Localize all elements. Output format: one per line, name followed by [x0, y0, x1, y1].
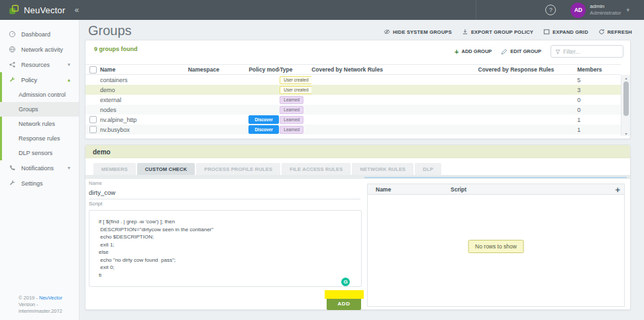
detail-tabs: MEMBERSCUSTOM CHECKPROCESS PROFILE RULES…	[93, 163, 441, 175]
tab-process-profile-rules[interactable]: PROCESS PROFILE RULES	[196, 163, 280, 175]
export-group-policy-button[interactable]: EXPORT GROUP POLICY	[462, 28, 533, 35]
cell-members: 3	[577, 87, 621, 93]
cell-name: containers	[100, 77, 188, 83]
cell-checkbox	[85, 116, 100, 123]
sidebar-item-settings[interactable]: Settings	[0, 176, 79, 191]
sidebar-nav: DashboardNetwork activityResources▾Polic…	[0, 20, 79, 191]
filter-input[interactable]	[563, 48, 616, 55]
user-name: admin	[590, 3, 621, 10]
header-cell-namespace: Namespace	[188, 66, 249, 73]
cell-type: Learned	[280, 106, 311, 114]
app-root: NeuVector « ? AD admin Administrator ▾ D…	[0, 0, 644, 320]
groups-table-header: NameNamespacePolicy modeTypeCovered by N…	[85, 64, 621, 75]
refresh-button[interactable]: REFRESH	[598, 28, 632, 35]
cell-type: Learned	[280, 96, 311, 104]
add-row-plus-icon[interactable]: +	[615, 184, 620, 195]
cell-name: nv.busybox	[100, 127, 188, 133]
tab-network-rules[interactable]: NETWORK RULES	[352, 163, 413, 175]
group-row-containers[interactable]: containersUser created5	[85, 75, 621, 85]
script-line: exit 1;	[99, 241, 361, 249]
sidebar-item-label: Admission control	[19, 91, 66, 98]
cell-members: 0	[577, 97, 621, 103]
scripts-table: Name Script + No rows to show	[367, 184, 625, 307]
group-row-nv-alpine-http[interactable]: nv.alpine_httpDiscoverLearned1	[85, 115, 621, 125]
type-badge: User created	[280, 86, 311, 94]
group-row-demo[interactable]: demoUser created3	[85, 85, 621, 95]
script-line: else	[99, 248, 361, 256]
script-field-label: Script	[89, 201, 102, 207]
hide-system-groups-button[interactable]: HIDE SYSTEM GROUPS	[384, 28, 452, 35]
add-group-button[interactable]: + ADD GROUP	[455, 48, 492, 54]
row-checkbox[interactable]	[89, 126, 97, 133]
sidebar-item-notifications[interactable]: Notifications▾	[0, 160, 79, 176]
scrollbar-thumb[interactable]	[623, 81, 629, 116]
neuvector-link[interactable]: NeuVector	[39, 295, 62, 301]
add-script-button[interactable]: ADD	[327, 297, 361, 310]
table-accent-line	[364, 177, 627, 178]
select-all-checkbox[interactable]	[89, 66, 97, 74]
sidebar-collapse-icon[interactable]: «	[75, 5, 80, 15]
cell-type: User created	[280, 76, 311, 84]
expand-grid-button[interactable]: EXPAND GRID	[543, 28, 588, 35]
type-badge: Learned	[280, 126, 303, 134]
cell-members: 0	[577, 107, 621, 113]
script-textarea[interactable]: if [ $(find . | grep -w 'cow') ]; then D…	[89, 210, 362, 287]
sidebar-item-label: Notifications	[21, 165, 54, 172]
detail-group-name: demo	[85, 145, 630, 158]
sidebar-item-response-rules[interactable]: Response rules	[0, 131, 79, 146]
avatar[interactable]: AD	[570, 3, 586, 18]
sidebar-item-label: Response rules	[19, 135, 60, 142]
cell-policy-mode: Discover	[248, 115, 280, 124]
sidebar-item-label: Policy	[21, 77, 37, 83]
chevron-down-icon: ▾	[68, 165, 70, 171]
user-menu-caret-icon[interactable]: ▾	[626, 7, 629, 13]
neuvector-logo-icon	[8, 4, 20, 16]
sidebar-item-groups[interactable]: Groups	[0, 102, 79, 117]
scripts-col-script: Script	[451, 186, 466, 193]
help-button[interactable]: ?	[545, 5, 556, 15]
scroll-up-icon[interactable]: ▴	[621, 75, 631, 80]
main-content: Groups HIDE SYSTEM GROUPSEXPORT GROUP PO…	[80, 20, 644, 320]
cell-name: external	[100, 97, 188, 103]
user-block: admin Administrator	[590, 3, 621, 17]
group-row-nv-busybox[interactable]: nv.busyboxDiscoverLearned1	[85, 125, 621, 134]
tab-dlp[interactable]: DLP	[415, 163, 441, 175]
tab-file-access-rules[interactable]: FILE ACCESS RULES	[282, 163, 350, 175]
edit-group-button[interactable]: EDIT GROUP	[501, 48, 541, 55]
grammarly-icon[interactable]: G	[341, 278, 350, 286]
sidebar-item-dlp-sensors[interactable]: DLP sensors	[0, 146, 79, 160]
sidebar-item-admission-control[interactable]: Admission control	[0, 87, 79, 102]
policy-mode-badge: Discover	[248, 115, 278, 124]
toolbar-button-label: EXPAND GRID	[553, 29, 588, 35]
share-icon	[9, 61, 16, 68]
refresh-icon	[598, 28, 605, 35]
script-line: if [ $(find . | grep -w 'cow') ]; then	[99, 218, 361, 226]
groups-count: 9 groups found	[94, 46, 138, 52]
pencil-icon	[501, 48, 508, 55]
cell-name: nv.alpine_http	[100, 117, 188, 123]
type-badge: User created	[280, 76, 311, 84]
funnel-icon	[555, 49, 561, 54]
sidebar-footer: © 2019 - NeuVector Version - interim/mas…	[19, 295, 79, 315]
cell-checkbox	[85, 126, 100, 133]
sidebar-item-network-activity[interactable]: Network activity	[0, 42, 79, 57]
groups-panel: 9 groups found + ADD GROUP EDIT GROUP	[85, 40, 631, 139]
page-title: Groups	[88, 23, 132, 38]
edit-group-label: EDIT GROUP	[510, 48, 541, 54]
scroll-down-icon[interactable]: ▾	[621, 131, 631, 136]
sidebar-item-dashboard[interactable]: Dashboard	[0, 27, 79, 42]
tab-members[interactable]: MEMBERS	[93, 163, 136, 175]
scripts-col-name: Name	[368, 186, 451, 193]
sidebar-item-policy[interactable]: Policy▴	[0, 72, 79, 87]
download-icon	[462, 28, 468, 35]
row-checkbox[interactable]	[89, 116, 97, 123]
wrench-icon	[9, 76, 16, 83]
group-row-external[interactable]: externalLearned0	[85, 95, 621, 105]
sidebar-item-network-rules[interactable]: Network rules	[0, 117, 79, 131]
sidebar-item-resources[interactable]: Resources▾	[0, 57, 79, 72]
spanner-icon	[9, 180, 16, 187]
sidebar-item-label: Network activity	[21, 46, 63, 53]
group-row-nodes[interactable]: nodesLearned0	[85, 105, 621, 115]
custom-check-name-input[interactable]	[89, 187, 360, 199]
tab-custom-check[interactable]: CUSTOM CHECK	[137, 163, 195, 175]
